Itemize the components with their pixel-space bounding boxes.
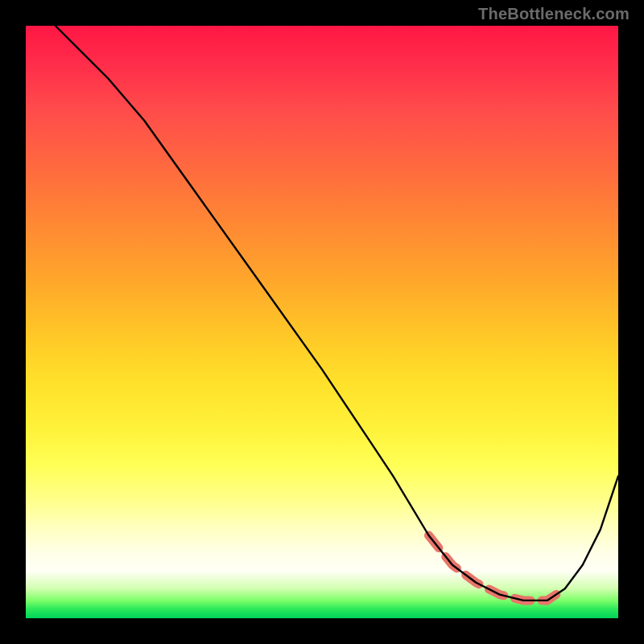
watermark-text: TheBottleneck.com	[478, 5, 630, 23]
chart-stage: TheBottleneck.com	[0, 0, 644, 644]
bottleneck-curve	[56, 26, 618, 601]
optimal-range-band	[429, 535, 565, 601]
plot-area	[26, 26, 618, 618]
chart-svg	[26, 26, 618, 618]
